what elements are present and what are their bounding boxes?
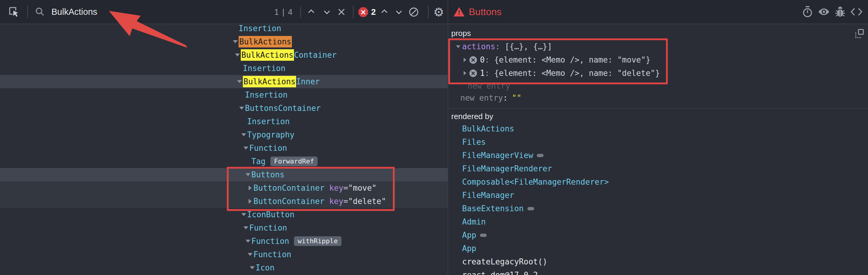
component-name: Insertion — [247, 117, 290, 126]
new-entry-ghost-row[interactable]: new entry — [448, 80, 868, 92]
expand-arrow-icon[interactable] — [454, 45, 462, 48]
owner-link[interactable]: FileManagerView — [462, 151, 533, 160]
expand-arrow-icon[interactable] — [243, 225, 249, 231]
bug-icon[interactable] — [834, 6, 846, 18]
rendered-by-item-BulkActions[interactable]: BulkActions — [448, 122, 868, 135]
tree-row-Insertion[interactable]: Insertion — [0, 115, 447, 128]
expand-arrow-icon[interactable] — [234, 52, 241, 58]
expand-arrow-icon[interactable] — [245, 171, 251, 178]
owner-link[interactable]: App — [462, 231, 476, 240]
delete-entry-icon[interactable] — [469, 56, 477, 64]
tree-row-BulkActionsContainer[interactable]: BulkActionsContainer — [0, 48, 447, 62]
expand-arrow-icon[interactable] — [236, 78, 243, 85]
clear-search-button[interactable] — [338, 8, 345, 16]
clear-errors-button[interactable] — [409, 7, 418, 16]
delete-entry-icon[interactable] — [469, 69, 477, 77]
tree-row-Tag[interactable]: TagForwardRef — [0, 155, 447, 168]
tree-row-Icon[interactable]: Icon — [0, 261, 447, 274]
stopwatch-icon[interactable] — [802, 6, 813, 18]
component-name: Insertion — [243, 64, 285, 73]
triangle-open — [246, 240, 250, 243]
rendered-by-item-Files[interactable]: Files — [448, 135, 868, 149]
expand-arrow-icon[interactable] — [241, 211, 247, 218]
rendered-by-item-Composable-FileManagerRenderer-[interactable]: Composable<FileManagerRenderer> — [448, 175, 868, 188]
previous-result-button[interactable] — [308, 9, 315, 15]
rendered-by-item-FileManager[interactable]: FileManager — [448, 188, 868, 202]
next-error-button[interactable] — [396, 9, 403, 15]
owner-link[interactable]: BulkActions — [462, 124, 514, 133]
expand-arrow-icon[interactable] — [243, 145, 249, 151]
component-name: Insertion — [245, 90, 288, 99]
rendered-by-item-FileManagerRenderer[interactable]: FileManagerRenderer — [448, 162, 868, 175]
expand-arrow-icon[interactable] — [245, 238, 251, 244]
tree-row-ButtonsContainer[interactable]: ButtonsContainer — [0, 102, 447, 115]
prop-row-actions[interactable]: actions: [{…}, {…}] — [448, 40, 868, 53]
rendered-by-item-BaseExtension[interactable]: BaseExtension — [448, 202, 868, 215]
search-input[interactable]: BulkActions — [52, 7, 97, 17]
tree-row-BulkActions[interactable]: BulkActions — [0, 35, 447, 48]
rendered-by-item-App[interactable]: App — [448, 229, 868, 242]
triangle-closed — [249, 199, 252, 204]
owner-link[interactable]: Admin — [462, 217, 486, 226]
expand-arrow-icon[interactable] — [249, 265, 255, 271]
component-name: BulkActions — [241, 49, 294, 61]
gear-icon[interactable]: ⚙ — [433, 6, 444, 18]
owner-link[interactable]: BaseExtension — [462, 204, 524, 213]
expand-arrow-icon[interactable] — [247, 198, 253, 205]
tree-row-BulkActionsInner[interactable]: BulkActionsInner — [0, 75, 447, 88]
tree-row-ButtonContainer[interactable]: ButtonContainer key="move" — [0, 181, 447, 195]
new-entry-row[interactable]: new entry:"" — [448, 92, 868, 104]
inspect-element-icon[interactable] — [8, 6, 20, 18]
prop-array-item-0[interactable]: 0: {element: <Memo />, name: "move"} — [448, 53, 868, 67]
owner-link[interactable]: App — [462, 244, 476, 253]
owner-root-label: react-dom@17.0.2 — [462, 271, 538, 275]
prop-value: [{…}, {…}] — [505, 42, 552, 51]
prop-array-item-1[interactable]: 1: {element: <Memo />, name: "delete"} — [448, 67, 868, 80]
expand-arrow-icon[interactable] — [232, 38, 239, 45]
expand-arrow-icon[interactable] — [238, 105, 245, 111]
expand-arrow-icon[interactable] — [461, 71, 469, 75]
props-list: actions: [{…}, {…}]0: {element: <Memo />… — [448, 40, 868, 104]
triangle-open — [241, 133, 246, 136]
next-result-button[interactable] — [324, 9, 331, 15]
tree-row-Insertion[interactable]: Insertion — [0, 62, 447, 75]
triangle-open — [235, 54, 240, 57]
previous-error-button[interactable] — [381, 9, 388, 15]
expand-arrow-icon[interactable] — [247, 185, 253, 191]
expand-arrow-icon[interactable] — [241, 132, 247, 138]
tree-row-ButtonContainer[interactable]: ButtonContainer key="delete" — [0, 195, 447, 208]
owner-link[interactable]: FileManager — [462, 191, 514, 200]
space — [324, 197, 329, 206]
props-section-label: props — [448, 24, 868, 38]
tree-row-Buttons[interactable]: Buttons — [0, 168, 447, 181]
tree-row-Typography[interactable]: Typography — [0, 128, 447, 141]
rendered-by-item-App[interactable]: App — [448, 242, 868, 255]
tree-row-Function[interactable]: Function — [0, 248, 447, 261]
item-index: 1 — [480, 69, 485, 78]
tree-row-Function[interactable]: Function — [0, 141, 447, 155]
tree-row-Insertion[interactable]: Insertion — [0, 88, 447, 102]
rendered-by-item-FileManagerView[interactable]: FileManagerView — [448, 149, 868, 162]
new-entry-value-input[interactable]: "" — [512, 93, 521, 102]
rendered-by-item-Admin[interactable]: Admin — [448, 215, 868, 229]
copy-icon[interactable] — [855, 29, 864, 38]
tree-row-IconButton[interactable]: IconButton — [0, 208, 447, 221]
expand-arrow-icon[interactable] — [461, 58, 469, 62]
owner-badge — [480, 234, 487, 237]
triangle-closed — [464, 58, 466, 62]
toolbar-search-controls: 1 | 4 2 ⚙ — [271, 0, 444, 24]
tree-row-Function[interactable]: FunctionwithRipple — [0, 235, 447, 248]
expand-arrow-icon[interactable] — [247, 251, 253, 258]
tree-row-Insertion[interactable]: Insertion — [0, 25, 447, 35]
owner-link[interactable]: Files — [462, 137, 486, 146]
code-brackets-icon[interactable] — [850, 6, 863, 18]
owner-link[interactable]: Composable<FileManagerRenderer> — [462, 177, 609, 186]
owner-link[interactable]: FileManagerRenderer — [462, 164, 552, 173]
search-result-count: 1 | 4 — [274, 7, 293, 17]
eye-icon[interactable] — [818, 6, 830, 18]
tree-row-Function[interactable]: Function — [0, 221, 447, 235]
triangle-open — [239, 107, 244, 110]
component-name: Function — [253, 250, 291, 259]
selected-component-title: Buttons — [469, 6, 802, 18]
warning-triangle-icon: ! — [454, 7, 465, 16]
